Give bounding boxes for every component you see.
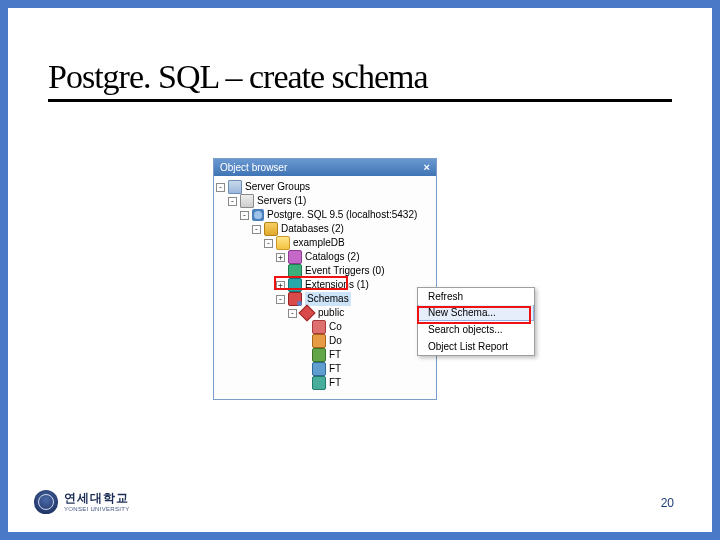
tree-label: Servers (1) [257, 194, 306, 208]
collapse-icon[interactable]: - [276, 295, 285, 304]
tree-node-ft2[interactable]: FT [216, 362, 434, 376]
panel-title-text: Object browser [220, 162, 287, 173]
tree-node-schemas[interactable]: - Schemas [216, 292, 434, 306]
tree-label: Server Groups [245, 180, 310, 194]
collapse-icon[interactable]: - [228, 197, 237, 206]
tree-node-exampledb[interactable]: - exampleDB [216, 236, 434, 250]
tree-label: Databases (2) [281, 222, 344, 236]
postgres-icon [252, 209, 264, 221]
collapse-icon[interactable]: - [240, 211, 249, 220]
object-browser-panel: Object browser × - Server Groups - Serve… [213, 158, 437, 400]
tree-node-server-groups[interactable]: - Server Groups [216, 180, 434, 194]
highlight-schemas [274, 276, 348, 290]
tree-node-databases[interactable]: - Databases (2) [216, 222, 434, 236]
tree-label: Do [329, 334, 342, 348]
server-groups-icon [228, 180, 242, 194]
collations-icon [312, 320, 326, 334]
collapse-icon[interactable]: - [288, 309, 297, 318]
logo-text-english: YONSEI UNIVERSITY [64, 506, 129, 512]
panel-titlebar: Object browser × [214, 159, 436, 176]
tree-node-catalogs[interactable]: + Catalogs (2) [216, 250, 434, 264]
tree-label: FT [329, 362, 341, 376]
fts-icon [312, 362, 326, 376]
logo-text-korean: 연세대학교 [64, 492, 129, 504]
tree-node-collations[interactable]: Co [216, 320, 434, 334]
tree-node-ft3[interactable]: FT [216, 376, 434, 390]
collapse-icon[interactable]: - [252, 225, 261, 234]
tree-node-ft1[interactable]: FT [216, 348, 434, 362]
schemas-icon [288, 292, 302, 306]
fts-icon [312, 348, 326, 362]
tree-node-domains[interactable]: Do [216, 334, 434, 348]
slide-title: Postgre. SQL – create schema [48, 58, 672, 102]
tree-label: public [318, 306, 344, 320]
tree-label: FT [329, 376, 341, 390]
domains-icon [312, 334, 326, 348]
database-icon [276, 236, 290, 250]
catalogs-icon [288, 250, 302, 264]
tree-label: FT [329, 348, 341, 362]
menu-item-object-list-report[interactable]: Object List Report [418, 338, 534, 355]
shield-icon [34, 490, 58, 514]
tree-node-postgres[interactable]: - Postgre. SQL 9.5 (localhost:5432) [216, 208, 434, 222]
pgadmin-screenshot: Object browser × - Server Groups - Serve… [213, 158, 538, 403]
tree-label: Catalogs (2) [305, 250, 359, 264]
fts-icon [312, 376, 326, 390]
page-number: 20 [661, 496, 674, 510]
servers-icon [240, 194, 254, 208]
databases-icon [264, 222, 278, 236]
tree-label: Co [329, 320, 342, 334]
expand-icon[interactable]: + [276, 253, 285, 262]
tree-label: exampleDB [293, 236, 345, 250]
university-logo: 연세대학교 YONSEI UNIVERSITY [34, 490, 129, 514]
tree-node-servers[interactable]: - Servers (1) [216, 194, 434, 208]
highlight-new-schema [417, 306, 531, 324]
collapse-icon[interactable]: - [264, 239, 273, 248]
tree-label: Postgre. SQL 9.5 (localhost:5432) [267, 208, 417, 222]
close-icon[interactable]: × [424, 162, 430, 173]
schema-icon [299, 305, 316, 322]
collapse-icon[interactable]: - [216, 183, 225, 192]
menu-item-refresh[interactable]: Refresh [418, 288, 534, 305]
tree-label: Schemas [305, 292, 351, 306]
tree-node-public[interactable]: - public [216, 306, 434, 320]
